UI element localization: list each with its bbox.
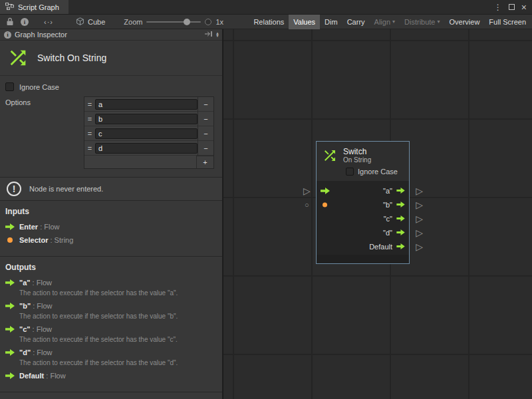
port-row-d: "d" ▷ — [317, 225, 409, 239]
output-d: "d" : Flow — [0, 346, 222, 359]
remove-option-button[interactable]: − — [198, 126, 213, 141]
option-input-1[interactable] — [95, 114, 198, 124]
ignore-case-checkbox[interactable] — [346, 168, 354, 176]
flow-port-icon — [5, 223, 15, 230]
connector-circle-icon[interactable]: ○ — [305, 201, 309, 209]
node-header: Switch On String — [317, 142, 409, 165]
graph-inspector-panel: i Graph Inspector ▲▼ Switch On String Ig… — [0, 29, 223, 399]
flow-port-icon[interactable] — [396, 215, 405, 221]
node-ports: ▷ "a" ▷ ○ "b" ▷ "c" ▷ — [317, 181, 409, 255]
connector-triangle-icon[interactable]: ▷ — [416, 241, 423, 252]
switch-on-string-node[interactable]: Switch On String Ignore Case ▷ "a" ▷ — [316, 141, 410, 264]
align-dropdown[interactable]: Align▾ — [370, 15, 400, 29]
toolbar: i ‹·› Cube Zoom 1x Relations Values Dim … — [0, 15, 532, 29]
inputs-header: Inputs — [0, 201, 222, 220]
ignore-case-row: Ignore Case — [0, 76, 222, 94]
flow-port-icon[interactable] — [396, 201, 405, 207]
fullscreen-button[interactable]: Full Screen — [484, 15, 531, 29]
drag-handle-icon[interactable]: = — [84, 144, 95, 152]
input-selector: Selector : String — [0, 233, 222, 247]
dock-icon[interactable] — [204, 31, 213, 39]
values-button[interactable]: Values — [289, 15, 320, 29]
graph-icon — [5, 3, 14, 11]
warning-icon: ! — [7, 182, 21, 196]
options-list: = − = − = − = − — [84, 96, 214, 169]
flow-port-icon[interactable] — [396, 188, 405, 194]
zoom-slider-handle[interactable] — [184, 19, 190, 25]
option-row: = − — [84, 141, 213, 156]
overview-button[interactable]: Overview — [445, 15, 485, 29]
flow-port-icon[interactable] — [396, 229, 405, 235]
tab-label: Script Graph — [18, 3, 59, 11]
option-row: = − — [84, 126, 213, 141]
options-label: Options — [5, 96, 84, 169]
lock-icon[interactable] — [3, 15, 17, 29]
outputs-header: Outputs — [0, 257, 222, 276]
output-c: "c" : Flow — [0, 323, 222, 336]
option-input-3[interactable] — [95, 143, 198, 154]
node-title: Switch On String — [37, 53, 106, 63]
connector-triangle-icon[interactable]: ▷ — [416, 227, 423, 238]
option-input-0[interactable] — [95, 99, 198, 110]
input-enter: Enter : Flow — [0, 220, 222, 233]
close-icon[interactable]: × — [521, 3, 527, 12]
flow-port-icon — [5, 303, 15, 309]
toolbar-buttons: Relations Values Dim Carry Align▾ Distri… — [249, 15, 531, 29]
scroll-spinner[interactable]: ▲▼ — [215, 32, 219, 37]
enter-flow-port[interactable] — [321, 188, 330, 194]
drag-handle-icon[interactable]: = — [84, 100, 95, 108]
port-label-d: "d" — [383, 229, 392, 237]
relations-button[interactable]: Relations — [249, 15, 289, 29]
node-subtitle: On String — [343, 156, 371, 164]
add-option-button[interactable]: + — [196, 156, 213, 168]
carry-button[interactable]: Carry — [342, 15, 370, 29]
window-controls: ⋮ × — [494, 0, 532, 14]
output-default: Default : Flow — [0, 369, 222, 382]
zoom-slider[interactable] — [146, 21, 201, 23]
connector-triangle-icon[interactable]: ▷ — [416, 200, 423, 210]
tab-script-graph[interactable]: Script Graph — [0, 0, 68, 14]
output-d-description: The action to execute if the selector ha… — [0, 359, 222, 369]
ignore-case-checkbox[interactable] — [5, 82, 14, 91]
remove-option-button[interactable]: − — [198, 141, 213, 156]
chevron-down-icon: ▾ — [392, 19, 395, 25]
output-b: "b" : Flow — [0, 299, 222, 313]
node-title: Switch — [343, 147, 371, 156]
output-a: "a" : Flow — [0, 276, 222, 289]
chevron-down-icon: ▾ — [438, 19, 440, 25]
port-label-a: "a" — [383, 187, 392, 195]
graph-canvas[interactable]: Switch On String Ignore Case ▷ "a" ▷ — [223, 29, 532, 399]
distribute-dropdown[interactable]: Distribute▾ — [400, 15, 444, 29]
output-c-description: The action to execute if the selector ha… — [0, 336, 222, 346]
option-input-2[interactable] — [95, 128, 198, 139]
remove-option-button[interactable]: − — [198, 97, 213, 112]
inspector-title: Graph Inspector — [15, 31, 67, 39]
script-graph-window: Script Graph ⋮ × i ‹·› Cube Zoom 1x Rela… — [0, 0, 532, 399]
connector-triangle-icon[interactable]: ▷ — [416, 186, 423, 196]
divider — [0, 392, 222, 392]
window-menu-icon[interactable]: ⋮ — [494, 3, 502, 12]
info-icon[interactable]: i — [17, 15, 32, 29]
maximize-icon[interactable] — [509, 4, 515, 10]
zoom-control: Zoom 1x — [124, 18, 223, 26]
node-ignore-case-row: Ignore Case — [317, 165, 409, 181]
string-port-icon — [7, 237, 13, 243]
switch-icon — [322, 148, 338, 164]
graph-target[interactable]: Cube — [76, 17, 105, 26]
flow-port-icon — [5, 349, 15, 356]
node-footer — [317, 255, 409, 263]
connector-triangle-icon[interactable]: ▷ — [303, 186, 311, 196]
port-label-c: "c" — [384, 215, 392, 223]
remove-option-button[interactable]: − — [198, 112, 213, 126]
flow-port-icon — [5, 372, 15, 379]
dim-button[interactable]: Dim — [320, 15, 342, 29]
selector-string-port[interactable] — [323, 202, 327, 207]
option-row: = − — [84, 97, 213, 112]
connector-triangle-icon[interactable]: ▷ — [416, 213, 423, 224]
warning-box: ! Node is never entered. — [0, 177, 222, 201]
zoom-reset-icon[interactable] — [205, 19, 211, 25]
drag-handle-icon[interactable]: = — [84, 115, 95, 123]
flow-port-icon[interactable] — [396, 243, 405, 249]
code-view-icon[interactable]: ‹·› — [44, 18, 53, 26]
drag-handle-icon[interactable]: = — [84, 130, 95, 138]
